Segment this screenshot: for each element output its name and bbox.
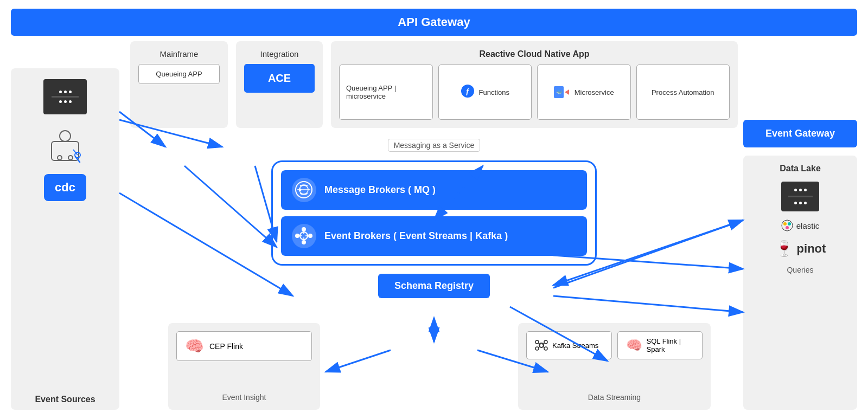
server-icon-top bbox=[43, 79, 87, 114]
schema-registry: Schema Registry bbox=[378, 274, 490, 298]
functions-icon: ƒ bbox=[461, 84, 475, 101]
reactive-item-queueing-label: Queueing APP | microservice bbox=[346, 84, 426, 100]
message-brokers-bar: Message Brokers ( MQ ) bbox=[281, 170, 587, 210]
data-streaming-items: Kafka Streams 🧠 SQL Flink | Spark bbox=[526, 331, 703, 359]
reactive-item-process-automation: Process Automation bbox=[636, 65, 730, 120]
server-icon-right bbox=[781, 182, 819, 211]
pinot-logo: 🍷 pinot bbox=[775, 240, 826, 257]
reactive-box: Reactive Cloud Native App Queueing APP |… bbox=[331, 41, 738, 128]
cdc-badge: cdc bbox=[44, 174, 86, 201]
main-area: cdc Event Sources Mainframe Queueing APP… bbox=[11, 41, 857, 410]
event-brokers-label: Event Brokers ( Event Streams | Kafka ) bbox=[324, 230, 508, 242]
queueing-app-btn: Queueing APP bbox=[138, 64, 220, 84]
pinot-icon: 🍷 bbox=[775, 240, 794, 257]
integration-label: Integration bbox=[244, 49, 315, 59]
svg-point-26 bbox=[544, 340, 547, 344]
event-sources-panel: cdc Event Sources bbox=[11, 68, 119, 410]
bottom-boxes: 🧠 CEP Flink Event Insight bbox=[130, 323, 738, 410]
svg-point-19 bbox=[308, 234, 312, 238]
svg-point-27 bbox=[535, 347, 539, 350]
kafka-streams-item: Kafka Streams bbox=[526, 331, 612, 359]
event-sources-label: Event Sources bbox=[35, 395, 95, 404]
elastic-label: elastic bbox=[796, 221, 820, 230]
ace-button: ACE bbox=[244, 64, 315, 93]
maas-label: Messaging as a Service bbox=[388, 139, 481, 152]
reactive-item-microservice: 🐳 Microservice bbox=[537, 65, 631, 120]
api-gateway-label: API Gateway bbox=[398, 15, 470, 29]
reactive-item-functions: ƒ Functions bbox=[438, 65, 532, 120]
flink-icon-2: 🧠 bbox=[626, 338, 642, 353]
event-insight-box: 🧠 CEP Flink Event Insight bbox=[168, 323, 320, 410]
svg-point-0 bbox=[60, 131, 71, 141]
svg-text:ƒ: ƒ bbox=[465, 87, 470, 95]
svg-marker-10 bbox=[565, 89, 569, 95]
svg-point-2 bbox=[58, 156, 62, 160]
top-sections: Mainframe Queueing APP Integration ACE R… bbox=[130, 41, 738, 128]
data-lake-box: Data Lake bbox=[743, 156, 857, 410]
right-panels: Event Gateway Data Lake bbox=[743, 41, 857, 410]
reactive-item-queueing: Queueing APP | microservice bbox=[339, 65, 433, 120]
data-streaming-label: Data Streaming bbox=[526, 393, 703, 402]
brokers-container: Message Brokers ( MQ ) bbox=[271, 160, 597, 266]
microservice-icon: 🐳 bbox=[554, 85, 570, 99]
svg-point-25 bbox=[535, 340, 539, 344]
api-gateway-bar: API Gateway bbox=[11, 9, 857, 36]
mq-icon bbox=[292, 178, 316, 202]
cep-flink-item: 🧠 CEP Flink bbox=[176, 331, 312, 361]
cep-flink-label: CEP Flink bbox=[209, 342, 243, 351]
svg-point-35 bbox=[788, 222, 791, 225]
reactive-items: Queueing APP | microservice ƒ Functions bbox=[339, 65, 730, 120]
kafka-icon bbox=[292, 224, 316, 248]
svg-point-17 bbox=[302, 240, 306, 244]
kafka-streams-label: Kafka Streams bbox=[552, 341, 598, 350]
event-brokers-bar: Event Brokers ( Event Streams | Kafka ) bbox=[281, 216, 587, 256]
svg-point-16 bbox=[302, 227, 306, 231]
elastic-logo: elastic bbox=[781, 220, 820, 231]
reactive-item-microservice-label: Microservice bbox=[575, 88, 614, 96]
mainframe-label: Mainframe bbox=[138, 49, 220, 59]
svg-point-34 bbox=[783, 222, 787, 225]
reactive-item-functions-label: Functions bbox=[479, 88, 509, 96]
event-insight-label: Event Insight bbox=[222, 393, 266, 402]
svg-point-28 bbox=[544, 347, 547, 350]
event-gateway-button: Event Gateway bbox=[743, 120, 857, 147]
flink-icon-1: 🧠 bbox=[185, 337, 204, 355]
mainframe-box: Mainframe Queueing APP bbox=[130, 41, 228, 128]
reactive-item-process-label: Process Automation bbox=[652, 88, 714, 96]
queries-label: Queries bbox=[787, 266, 813, 274]
sql-flink-item: 🧠 SQL Flink | Spark bbox=[617, 331, 703, 359]
pinot-label: pinot bbox=[797, 242, 826, 256]
svg-point-18 bbox=[295, 234, 299, 238]
data-streaming-box: Kafka Streams 🧠 SQL Flink | Spark Data S… bbox=[518, 323, 711, 410]
shopping-icon bbox=[43, 125, 87, 163]
integration-box: Integration ACE bbox=[236, 41, 323, 128]
svg-point-36 bbox=[786, 226, 789, 229]
data-lake-label: Data Lake bbox=[780, 164, 821, 173]
reactive-label: Reactive Cloud Native App bbox=[339, 49, 730, 59]
message-brokers-label: Message Brokers ( MQ ) bbox=[324, 184, 436, 196]
svg-point-14 bbox=[299, 189, 302, 191]
svg-text:🐳: 🐳 bbox=[556, 89, 562, 95]
svg-point-3 bbox=[68, 156, 73, 160]
sql-flink-label: SQL Flink | Spark bbox=[647, 337, 694, 353]
